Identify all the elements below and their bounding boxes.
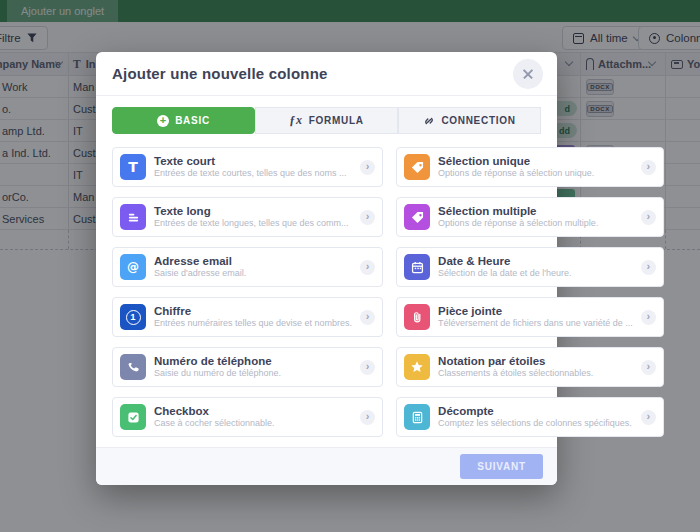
card-checkbox[interactable]: Checkbox Case à cocher sélectionnable. bbox=[112, 397, 383, 437]
text-short-icon: T bbox=[120, 154, 146, 180]
tab-connection[interactable]: CONNECTION bbox=[398, 107, 541, 134]
tab-basic[interactable]: + BASIC bbox=[112, 107, 255, 134]
column-type-grid: T Texte court Entrées de texte courtes, … bbox=[112, 147, 541, 437]
plus-icon: + bbox=[157, 115, 169, 127]
card-date-heure[interactable]: Date & Heure Sélection de la date et de … bbox=[396, 247, 664, 287]
chevron-right-icon bbox=[641, 310, 656, 325]
card-texte-long[interactable]: Texte long Entrées de texte longues, tel… bbox=[112, 197, 383, 237]
checkbox-icon bbox=[120, 404, 146, 430]
chevron-right-icon bbox=[360, 410, 375, 425]
paperclip-icon bbox=[404, 304, 430, 330]
next-button[interactable]: SUIVANT bbox=[460, 454, 543, 479]
link-icon bbox=[423, 115, 435, 127]
tag-icon bbox=[404, 154, 430, 180]
chevron-right-icon bbox=[360, 210, 375, 225]
calculator-icon bbox=[404, 404, 430, 430]
card-selection-multiple[interactable]: Sélection multiple Options de réponse à … bbox=[396, 197, 664, 237]
card-adresse-email[interactable]: @ Adresse email Saisie d'adresse email. bbox=[112, 247, 383, 287]
modal-header: Ajouter une nouvelle colonne bbox=[96, 52, 557, 96]
chevron-right-icon bbox=[641, 410, 656, 425]
modal-footer: SUIVANT bbox=[96, 447, 557, 485]
formula-icon: ƒx bbox=[289, 113, 302, 128]
modal-title: Ajouter une nouvelle colonne bbox=[112, 65, 328, 82]
at-icon: @ bbox=[120, 254, 146, 280]
card-numero-telephone[interactable]: Numéro de téléphone Saisie du numéro de … bbox=[112, 347, 383, 387]
close-button[interactable] bbox=[513, 59, 543, 89]
card-piece-jointe[interactable]: Pièce jointe Téléversement de fichiers d… bbox=[396, 297, 664, 337]
card-notation-etoiles[interactable]: Notation par étoiles Classements à étoil… bbox=[396, 347, 664, 387]
phone-icon bbox=[120, 354, 146, 380]
card-texte-court[interactable]: T Texte court Entrées de texte courtes, … bbox=[112, 147, 383, 187]
chevron-right-icon bbox=[360, 260, 375, 275]
chevron-right-icon bbox=[641, 210, 656, 225]
card-chiffre[interactable]: 1 Chiffre Entrées numéraires telles que … bbox=[112, 297, 383, 337]
number-icon: 1 bbox=[120, 304, 146, 330]
tags-icon bbox=[404, 204, 430, 230]
chevron-right-icon bbox=[360, 360, 375, 375]
text-long-icon bbox=[120, 204, 146, 230]
star-icon bbox=[404, 354, 430, 380]
chevron-right-icon bbox=[360, 160, 375, 175]
add-column-modal: Ajouter une nouvelle colonne + BASIC ƒx … bbox=[96, 52, 557, 485]
chevron-right-icon bbox=[641, 360, 656, 375]
modal-tabs: + BASIC ƒx FORMULA CONNECTION bbox=[112, 107, 541, 134]
card-decompte[interactable]: Décompte Comptez les sélections de colon… bbox=[396, 397, 664, 437]
card-selection-unique[interactable]: Sélection unique Options de réponse à sé… bbox=[396, 147, 664, 187]
chevron-right-icon bbox=[641, 260, 656, 275]
tab-formula[interactable]: ƒx FORMULA bbox=[255, 107, 398, 134]
calendar-icon bbox=[404, 254, 430, 280]
chevron-right-icon bbox=[360, 310, 375, 325]
chevron-right-icon bbox=[641, 160, 656, 175]
